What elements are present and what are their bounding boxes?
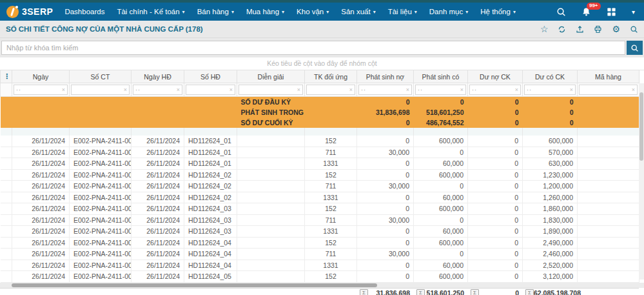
filter-input[interactable]: ··× — [358, 85, 412, 95]
table-row[interactable]: 26/11/2024E002-PNA-2411-003026/11/2024HD… — [1, 237, 639, 249]
filter-operator-icon[interactable]: ·· — [472, 87, 477, 93]
table-row[interactable]: 26/11/2024E002-PNA-2411-002726/11/2024HD… — [1, 147, 639, 158]
column-header[interactable]: Ngày HĐ — [132, 70, 184, 83]
filter-input[interactable]: ··× — [14, 85, 68, 95]
print-icon[interactable] — [594, 25, 602, 34]
filter-input[interactable]: × — [579, 85, 638, 95]
table-row[interactable]: 26/11/2024E002-PNA-2411-002826/11/2024HD… — [1, 192, 639, 203]
vertical-scrollbar[interactable] — [639, 83, 644, 280]
table-row[interactable]: 26/11/2024E002-PNA-2411-002726/11/2024HD… — [1, 158, 639, 170]
column-header[interactable]: Phát sinh nợ — [357, 70, 414, 83]
column-header[interactable]: Dư nợ CK — [468, 70, 523, 83]
column-header[interactable]: Phát sinh có — [414, 70, 468, 83]
keyword-search-input[interactable] — [1, 41, 625, 55]
group-panel[interactable]: Kéo tiêu đề cột vào đây để nhóm cột — [0, 57, 644, 70]
filter-input[interactable]: ··× — [524, 85, 576, 95]
cell: E002-PNA-2411-0029 — [70, 226, 132, 238]
sum-sigma-icon[interactable]: Σ — [360, 289, 368, 295]
cell: 26/11/2024 — [12, 158, 70, 170]
horizontal-scrollbar[interactable] — [0, 283, 644, 288]
menu-item[interactable]: Hệ thống▾ — [480, 8, 516, 15]
menu-item[interactable]: Mua hàng▾ — [246, 8, 284, 15]
table-row[interactable]: 26/11/2024E002-PNA-2411-003026/11/2024HD… — [1, 249, 639, 260]
column-header[interactable]: Dư có CK — [523, 70, 578, 83]
search-icon[interactable] — [556, 7, 566, 17]
notifications-bell-icon[interactable]: 99+ — [581, 7, 591, 17]
summary-value: 0 — [357, 117, 414, 128]
refresh-icon[interactable] — [558, 25, 566, 34]
export-icon[interactable] — [576, 25, 584, 34]
spacer-cell — [357, 128, 414, 136]
column-header[interactable]: Số HĐ — [184, 70, 237, 83]
filter-clear-icon[interactable]: × — [460, 87, 463, 93]
column-header[interactable]: Ngày — [12, 70, 70, 83]
column-header[interactable]: Mã hàng — [578, 70, 639, 83]
filter-clear-icon[interactable]: × — [570, 87, 573, 93]
sum-sigma-icon[interactable]: Σ — [471, 289, 479, 295]
user-menu-caret-icon[interactable]: ▾ — [632, 8, 635, 15]
cell: 0 — [468, 271, 523, 283]
vertical-scrollbar-thumb[interactable] — [639, 92, 643, 161]
summary-cell — [578, 107, 639, 117]
table-row[interactable]: 26/11/2024E002-PNA-2411-002726/11/2024HD… — [1, 136, 639, 147]
filter-operator-icon[interactable]: ·· — [527, 87, 532, 93]
cell: 30,000 — [357, 181, 414, 192]
column-header[interactable]: Diễn giải — [237, 70, 305, 83]
column-chooser[interactable]: ⋮ — [1, 70, 12, 83]
settings-gear-icon[interactable]: ⚙ — [612, 25, 620, 34]
filter-clear-icon[interactable]: × — [515, 87, 518, 93]
app-logo[interactable]: 3SERP — [6, 6, 53, 18]
filter-input[interactable]: × — [71, 85, 130, 95]
table-row[interactable]: 26/11/2024E002-PNA-2411-002826/11/2024HD… — [1, 169, 639, 181]
apps-grid-icon[interactable] — [607, 7, 616, 17]
filter-operator-icon[interactable]: ·· — [361, 87, 366, 93]
filter-clear-icon[interactable]: × — [406, 87, 409, 93]
table-row[interactable]: 26/11/2024E002-PNA-2411-002926/11/2024HD… — [1, 203, 639, 215]
filter-clear-icon[interactable]: × — [297, 87, 300, 93]
filter-clear-icon[interactable]: × — [62, 87, 65, 93]
filter-clear-icon[interactable]: × — [349, 87, 353, 93]
filter-clear-icon[interactable]: × — [124, 87, 127, 93]
filter-clear-icon[interactable]: × — [229, 87, 233, 93]
cell: 26/11/2024 — [12, 214, 70, 226]
column-header[interactable]: Số CT — [70, 70, 132, 83]
column-header[interactable]: TK đối ứng — [305, 70, 357, 83]
cell: E002-PNA-2411-0028 — [70, 192, 132, 203]
filter-input[interactable]: ··× — [415, 85, 466, 95]
filter-input[interactable]: ··× — [469, 85, 521, 95]
filter-input[interactable]: × — [306, 85, 355, 95]
filter-clear-icon[interactable]: × — [177, 87, 180, 93]
search-button[interactable] — [627, 41, 643, 55]
table-row[interactable]: 26/11/2024E002-PNA-2411-002826/11/2024HD… — [1, 181, 639, 192]
row-handle — [1, 249, 12, 260]
table-row[interactable]: 26/11/2024E002-PNA-2411-002926/11/2024HD… — [1, 226, 639, 238]
menu-item[interactable]: Danh mục▾ — [429, 8, 468, 15]
menu-item[interactable]: Bán hàng▾ — [197, 8, 234, 15]
cell — [578, 226, 639, 238]
sum-sigma-icon[interactable]: Σ — [525, 289, 534, 295]
favorite-star-icon[interactable]: ☆ — [540, 25, 549, 34]
filter-operator-icon[interactable]: ·· — [135, 87, 141, 93]
filter-input[interactable]: ··× — [133, 85, 182, 95]
menu-item[interactable]: Sản xuất▾ — [341, 8, 375, 15]
filter-operator-icon[interactable]: ·· — [16, 87, 21, 93]
menu-item[interactable]: Kho vận▾ — [297, 8, 329, 15]
cell: 26/11/2024 — [132, 136, 184, 147]
menu-item[interactable]: Tài liệu▾ — [388, 8, 417, 15]
main-nav: 3SERP DashboardsTài chính - Kế toán▾Bán … — [0, 3, 644, 21]
menu-item-label: Hệ thống — [480, 8, 511, 15]
horizontal-scrollbar-thumb[interactable] — [12, 283, 377, 287]
table-row[interactable]: 26/11/2024E002-PNA-2411-002926/11/2024HD… — [1, 214, 639, 226]
summary-cell — [132, 117, 184, 128]
column-search-icon[interactable] — [630, 25, 638, 34]
table-row[interactable]: 26/11/2024E002-PNA-2411-003026/11/2024HD… — [1, 259, 639, 271]
column-chooser-icon[interactable]: ⋮ — [3, 72, 10, 80]
table-row[interactable]: 26/11/2024E002-PNA-2411-003126/11/2024HD… — [1, 271, 639, 283]
filter-operator-icon[interactable]: ·· — [418, 87, 423, 93]
filter-clear-icon[interactable]: × — [632, 87, 635, 93]
filter-input[interactable]: × — [239, 85, 303, 95]
sum-sigma-icon[interactable]: Σ — [416, 289, 425, 295]
filter-input[interactable]: × — [186, 85, 235, 95]
menu-item[interactable]: Tài chính - Kế toán▾ — [117, 8, 184, 15]
menu-item[interactable]: Dashboards — [64, 8, 104, 15]
